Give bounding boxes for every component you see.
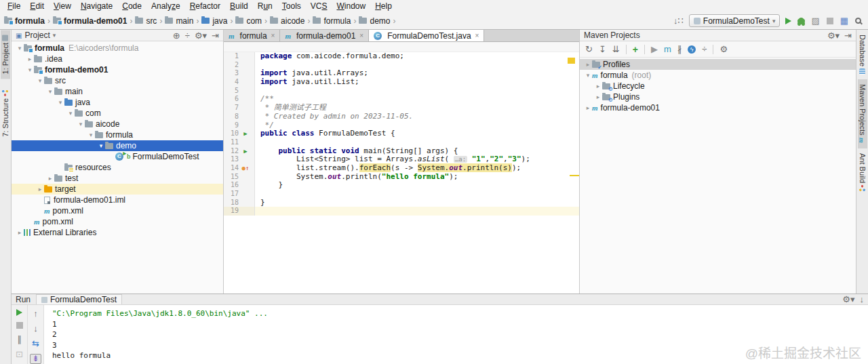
menu-build[interactable]: Build	[225, 0, 253, 12]
rerun-button[interactable]	[16, 309, 22, 316]
breadcrumb-formula[interactable]: formula	[313, 16, 351, 26]
editor-tab-formula-demo01[interactable]: mformula-demo01×	[280, 30, 369, 41]
tree-expanded-arrow-icon[interactable]: ▾	[26, 66, 34, 73]
hide-panel-icon[interactable]: ⇥	[844, 31, 852, 41]
add-maven-project-icon[interactable]: +	[633, 44, 638, 55]
search-icon[interactable]	[855, 18, 861, 24]
gear-icon[interactable]: ⚙▾	[195, 31, 207, 41]
module-sort-icon[interactable]: ↓∷	[673, 16, 684, 26]
menu-vcs[interactable]: VCS	[306, 0, 332, 12]
tree-item--idea[interactable]: ▸.idea	[12, 54, 223, 64]
run-line-icon[interactable]: ▶	[239, 129, 252, 138]
menu-view[interactable]: View	[49, 0, 76, 12]
breadcrumb-java[interactable]: java	[201, 16, 227, 26]
tool-window-tab-database[interactable]: Database	[858, 30, 867, 79]
tree-collapsed-arrow-icon[interactable]: ▸	[594, 94, 602, 100]
project-structure-icon[interactable]: ▦	[840, 16, 848, 26]
scroll-to-end-icon[interactable]: ⇟	[30, 354, 41, 364]
tree-collapsed-arrow-icon[interactable]: ▸	[26, 56, 34, 62]
breadcrumb-com[interactable]: com	[235, 16, 262, 26]
tool-window-tab-1-project[interactable]: 1: Project	[1, 30, 10, 79]
offline-mode-icon[interactable]: ϟ	[688, 45, 696, 54]
tree-collapsed-arrow-icon[interactable]: ▸	[16, 229, 24, 236]
download-sources-icon[interactable]: ⇊	[612, 44, 620, 54]
tree-item-lifecycle[interactable]: ▸Lifecycle	[580, 81, 856, 92]
run-maven-build-icon[interactable]: ▶	[651, 44, 658, 54]
tree-collapsed-arrow-icon[interactable]: ▸	[594, 83, 602, 89]
breadcrumb-formula-demo01[interactable]: formula-demo01	[53, 16, 127, 26]
tool-window-tab-7-structure[interactable]: 7: Structure	[1, 85, 10, 142]
tree-item-pom-xml[interactable]: mpom.xml	[12, 216, 223, 227]
breadcrumb-src[interactable]: src	[135, 16, 157, 26]
tree-item-plugins[interactable]: ▸Plugins	[580, 92, 856, 102]
coverage-button[interactable]: ▨	[811, 16, 819, 26]
menu-refactor[interactable]: Refactor	[185, 0, 225, 12]
tree-expanded-arrow-icon[interactable]: ▾	[46, 88, 54, 95]
error-stripe-mark[interactable]	[570, 175, 579, 176]
tree-item-demo[interactable]: ▾demo	[12, 140, 223, 151]
breadcrumb-formula[interactable]: formula	[4, 16, 45, 26]
tree-expanded-arrow-icon[interactable]: ▾	[584, 72, 592, 79]
tree-collapsed-arrow-icon[interactable]: ▸	[46, 175, 54, 182]
menu-analyze[interactable]: Analyze	[146, 0, 185, 12]
run-tab[interactable]: FormulaDemoTest	[36, 294, 122, 304]
close-icon[interactable]: ×	[359, 32, 363, 39]
menu-run[interactable]: Run	[253, 0, 277, 12]
run-button[interactable]	[785, 18, 791, 24]
console-output[interactable]: "C:\Program Files\Java\jdk1.8.0_60\bin\j…	[44, 305, 868, 364]
tree-item-formula[interactable]: ▾formula	[12, 129, 223, 140]
tree-item-formulademotest[interactable]: CbFormulaDemoTest	[12, 151, 223, 162]
down-stacktrace-icon[interactable]: ↓	[33, 324, 38, 333]
tree-item-pom-xml[interactable]: mpom.xml	[12, 205, 223, 216]
tree-item-formula-demo01-iml[interactable]: formula-demo01.iml	[12, 195, 223, 205]
tree-item-formula[interactable]: ▾formulaE:\aicoders\formula	[12, 43, 223, 54]
tree-collapsed-arrow-icon[interactable]: ▸	[584, 61, 592, 68]
stop-button[interactable]	[16, 322, 23, 329]
code-editor[interactable]: 1package com.aicode.formula.demo;23impor…	[224, 52, 579, 216]
close-icon[interactable]: ⊡	[16, 350, 23, 359]
collapse-all-icon[interactable]: ÷	[185, 31, 190, 41]
breadcrumb-main[interactable]: main	[165, 16, 193, 26]
pause-output-button[interactable]: ∥	[17, 335, 22, 344]
tree-collapsed-arrow-icon[interactable]: ▸	[36, 186, 44, 193]
stop-button[interactable]	[827, 18, 833, 24]
tree-expanded-arrow-icon[interactable]: ▾	[16, 45, 24, 52]
menu-file[interactable]: File	[3, 0, 25, 12]
tree-item-external-libraries[interactable]: ▸External Libraries	[12, 227, 223, 238]
tree-item-aicode[interactable]: ▾aicode	[12, 119, 223, 129]
menu-navigate[interactable]: Navigate	[76, 0, 117, 12]
menu-edit[interactable]: Edit	[25, 0, 49, 12]
tree-item-src[interactable]: ▾src	[12, 75, 223, 86]
editor-tab-formulademotest-java[interactable]: CFormulaDemoTest.java×	[369, 30, 484, 41]
tree-collapsed-arrow-icon[interactable]: ▸	[584, 104, 592, 111]
tree-expanded-arrow-icon[interactable]: ▾	[77, 121, 85, 127]
run-config-selector[interactable]: FormulaDemoTest ▾	[689, 14, 781, 27]
editor-tab-formula[interactable]: mformula×	[224, 30, 280, 41]
tool-window-tab-maven-projects[interactable]: Maven Projects	[858, 79, 867, 148]
menu-code[interactable]: Code	[117, 0, 146, 12]
tree-item-formula-demo01[interactable]: ▸mformula-demo01	[580, 102, 856, 113]
close-icon[interactable]: ×	[475, 32, 479, 39]
tree-expanded-arrow-icon[interactable]: ▾	[56, 99, 64, 106]
chevron-down-icon[interactable]: ▾	[53, 32, 56, 39]
debug-button[interactable]	[798, 18, 804, 24]
method-marker-icon[interactable]: ●↑	[239, 164, 252, 173]
tree-item-profiles[interactable]: ▸Profiles	[580, 59, 856, 70]
tree-item-com[interactable]: ▾com	[12, 108, 223, 119]
tree-item-formula-demo01[interactable]: ▾formula-demo01	[12, 64, 223, 75]
tree-item-resources[interactable]: resources	[12, 162, 223, 173]
tree-item-target[interactable]: ▸target	[12, 184, 223, 195]
menu-window[interactable]: Window	[332, 0, 370, 12]
reimport-icon[interactable]: ↻	[585, 44, 593, 54]
close-icon[interactable]: ×	[271, 32, 275, 39]
tree-item-main[interactable]: ▾main	[12, 86, 223, 97]
soft-wrap-icon[interactable]: ⇆	[32, 339, 39, 348]
skip-tests-icon[interactable]: ∦	[677, 44, 682, 54]
tree-item-formula[interactable]: ▾mformula(root)	[580, 70, 856, 81]
gear-icon[interactable]: ⚙▾	[827, 31, 840, 41]
menu-help[interactable]: Help	[370, 0, 397, 12]
hide-panel-icon[interactable]: ↓	[860, 294, 865, 304]
tree-item-java[interactable]: ▾java	[12, 97, 223, 108]
run-line-icon[interactable]: ▶	[239, 147, 252, 156]
maven-settings-icon[interactable]: ⚙	[719, 44, 728, 54]
